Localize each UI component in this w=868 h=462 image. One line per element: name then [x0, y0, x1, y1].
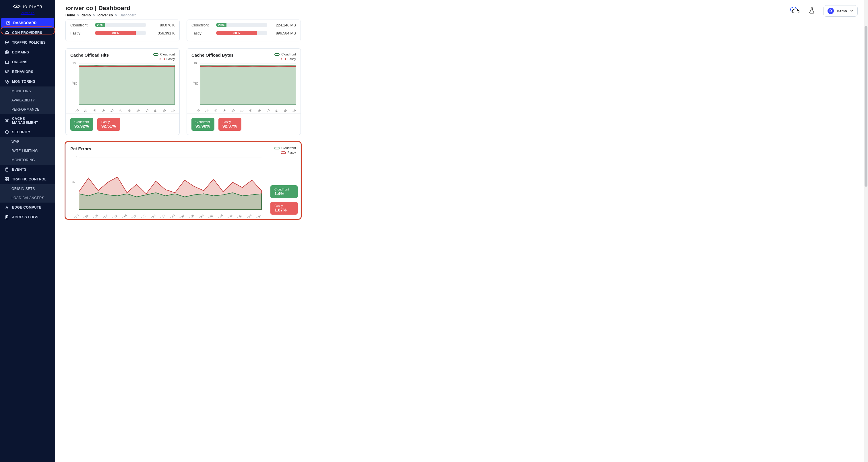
doc-icon [5, 215, 9, 220]
cloud-icon[interactable] [790, 7, 800, 15]
svg-text:13:50: 13:50 [280, 109, 288, 112]
legend-swatch-fastly [281, 151, 286, 154]
svg-text:13:20: 13:20 [106, 109, 114, 112]
sidebar-item-cache[interactable]: CACHE MANAGEMENT [0, 114, 55, 127]
sidebar-item-label: ACCESS LOGS [12, 215, 38, 219]
page-title: ioriver co | Dashboard [65, 5, 136, 11]
sidebar-item-origins[interactable]: ORIGINS [0, 57, 55, 67]
sidebar-item-label: AVAILABILITY [11, 98, 35, 102]
stat-value: 1.4% [274, 191, 293, 196]
stat-badge: Cloudfront1.4% [270, 185, 298, 198]
svg-text:13:15: 13:15 [219, 109, 227, 112]
svg-rect-12 [5, 179, 7, 181]
svg-text:13:51: 13:51 [235, 214, 243, 218]
split-bar: 80% [216, 31, 267, 35]
stat-badge: Cloudfront95.98% [191, 118, 214, 131]
stat-badge: Fastly1.87% [270, 202, 298, 214]
sidebar-item-label: RATE LIMITING [11, 149, 38, 153]
card-title: Cache Offload Bytes [191, 53, 234, 57]
sidebar-item-events[interactable]: EVENTS [0, 165, 55, 174]
brand: IO RIVER ioriver co [0, 0, 55, 17]
svg-text:0: 0 [75, 208, 77, 211]
chart: 05%13:0013:0313:0613:0913:1213:1513:1813… [66, 155, 266, 219]
split-value: 89.076 K [150, 23, 175, 27]
breadcrumb-item[interactable]: Home [65, 13, 75, 17]
account-switcher[interactable]: D Demo [823, 5, 858, 17]
brand-sub-link[interactable]: ioriver co [21, 11, 35, 15]
sidebar-item-label: CDN PROVIDERS [12, 31, 42, 35]
scrollbar-thumb[interactable] [865, 26, 867, 187]
breadcrumb: Home>demo>ioriver co>Dashboard [65, 13, 136, 17]
sidebar-item-monitoring[interactable]: MONITORING [0, 77, 55, 86]
split-bar: 20% [95, 23, 146, 27]
svg-text:13:40: 13:40 [142, 109, 149, 112]
svg-text:13:05: 13:05 [202, 109, 209, 112]
globe-icon [5, 50, 9, 55]
sidebar-item-label: DOMAINS [12, 50, 29, 54]
breadcrumb-item[interactable]: demo [82, 13, 91, 17]
sidebar-item-logs[interactable]: ACCESS LOGS [0, 212, 55, 222]
provider-label: Cloudfront [70, 23, 91, 27]
sidebar-item-label: EDGE COMPUTE [12, 205, 41, 209]
split-value: 896.584 MB [271, 31, 296, 35]
account-name: Demo [837, 9, 847, 13]
svg-text:13:45: 13:45 [271, 109, 279, 112]
sidebar-item-performance[interactable]: PERFORMANCE [0, 105, 55, 114]
svg-text:13:12: 13:12 [110, 214, 118, 218]
stat-value: 1.87% [274, 207, 293, 212]
laptop-icon [5, 60, 9, 64]
sidebar-item-lbs[interactable]: LOAD BALANCERS [0, 193, 55, 203]
sidebar-item-dashboard[interactable]: DASHBOARD [1, 18, 54, 28]
content-scroll[interactable]: Cloudfront20%89.076 KFastly80%356.391 K … [55, 20, 868, 462]
traffic-split-row: Fastly80%896.584 MB [191, 29, 296, 37]
split-bar-fill: 20% [95, 23, 105, 27]
traffic-split-row: Fastly80%356.391 K [70, 29, 175, 37]
traffic-split-row: Cloudfront20%89.076 K [70, 21, 175, 29]
sidebar-item-monitors[interactable]: MONITORS [0, 86, 55, 96]
sidebar-item-origin-sets[interactable]: ORIGIN SETS [0, 184, 55, 193]
svg-rect-14 [6, 215, 8, 219]
eye-icon [12, 4, 21, 9]
svg-text:13:09: 13:09 [100, 214, 108, 218]
sidebar: IO RIVER ioriver co DASHBOARDCDN PROVIDE… [0, 0, 55, 462]
svg-text:100: 100 [193, 62, 198, 65]
grid-icon [5, 177, 9, 181]
svg-text:13:33: 13:33 [177, 214, 185, 218]
sidebar-item-behaviors[interactable]: BEHAVIORS [0, 67, 55, 77]
sidebar-item-cdn[interactable]: CDN PROVIDERS [0, 28, 55, 38]
sidebar-item-label: ORIGIN SETS [11, 187, 35, 191]
svg-rect-3 [5, 61, 8, 63]
sidebar-item-security[interactable]: SECURITY [0, 127, 55, 137]
svg-text:13:18: 13:18 [129, 214, 137, 218]
sidebar-item-label: EVENTS [12, 168, 26, 172]
svg-text:%: % [193, 81, 196, 84]
breadcrumb-item[interactable]: ioriver co [97, 13, 113, 17]
sidebar-item-waf[interactable]: WAF [0, 137, 55, 146]
sidebar-item-edge[interactable]: EDGE COMPUTE [0, 203, 55, 212]
legend-swatch-fastly [281, 58, 286, 60]
flask-icon[interactable] [808, 7, 815, 15]
cloud-icon [5, 30, 9, 35]
svg-text:13:15: 13:15 [98, 109, 105, 112]
card-title: Cache Offload Hits [70, 53, 109, 57]
scrollbar[interactable] [864, 0, 868, 462]
sidebar-item-traffic-policies[interactable]: TRAFFIC POLICIES [0, 38, 55, 48]
svg-text:13:05: 13:05 [81, 109, 88, 112]
svg-text:13:10: 13:10 [89, 109, 97, 112]
sidebar-item-label: PERFORMANCE [11, 108, 40, 112]
split-value: 356.391 K [150, 31, 175, 35]
svg-rect-10 [5, 178, 7, 179]
svg-text:13:54: 13:54 [245, 214, 253, 218]
legend-swatch-cloudfront [274, 147, 280, 149]
brand-name: IO RIVER [23, 5, 43, 9]
sidebar-item-availability[interactable]: AVAILABILITY [0, 96, 55, 105]
sidebar-item-rate[interactable]: RATE LIMITING [0, 146, 55, 155]
split-bar: 80% [95, 31, 146, 35]
sidebar-item-traffic-control[interactable]: TRAFFIC CONTROL [0, 174, 55, 184]
sidebar-item-domains[interactable]: DOMAINS [0, 48, 55, 57]
svg-text:13:20: 13:20 [228, 109, 236, 112]
stat-label: Cloudfront [274, 187, 293, 191]
sidebar-item-sec-mon[interactable]: MONITORING [0, 155, 55, 165]
legend: Cloudfront Fastly [274, 53, 296, 61]
svg-text:13:55: 13:55 [289, 109, 297, 112]
